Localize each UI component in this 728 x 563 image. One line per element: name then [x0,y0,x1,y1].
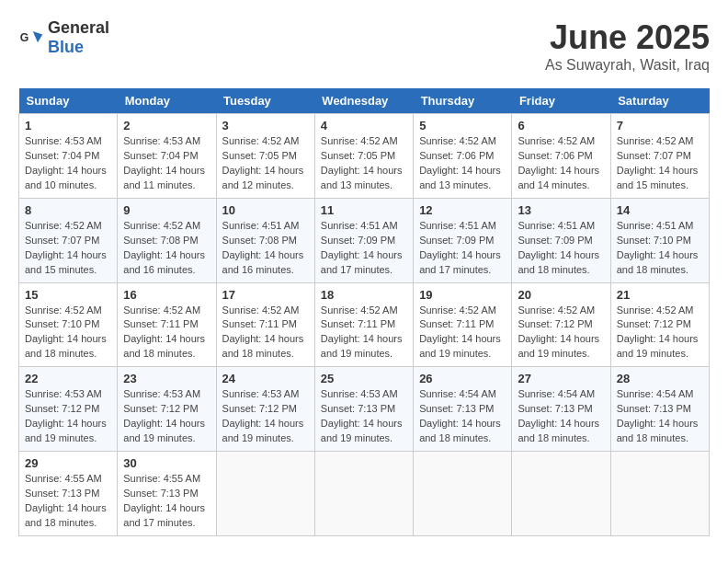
day-info: Sunrise: 4:53 AM Sunset: 7:04 PM Dayligh… [25,134,111,193]
sunrise-label: Sunrise: 4:52 AM [518,135,595,146]
calendar-cell: 18 Sunrise: 4:52 AM Sunset: 7:11 PM Dayl… [314,282,413,367]
calendar-cell [216,452,314,536]
weekday-header-sunday: Sunday [19,88,118,114]
sunrise-label: Sunrise: 4:52 AM [419,135,496,146]
calendar-week-row: 29 Sunrise: 4:55 AM Sunset: 7:13 PM Dayl… [19,452,710,536]
day-number: 4 [321,119,407,132]
calendar-cell: 12 Sunrise: 4:51 AM Sunset: 7:09 PM Dayl… [414,198,512,282]
calendar-week-row: 22 Sunrise: 4:53 AM Sunset: 7:12 PM Dayl… [19,367,710,452]
day-number: 30 [123,456,210,470]
location-title: As Suwayrah, Wasit, Iraq [545,57,710,74]
sunrise-label: Sunrise: 4:52 AM [321,135,398,146]
day-info: Sunrise: 4:52 AM Sunset: 7:05 PM Dayligh… [321,134,407,193]
day-info: Sunrise: 4:54 AM Sunset: 7:13 PM Dayligh… [617,387,703,446]
day-number: 18 [321,288,407,302]
logo-general-text: General [48,18,109,37]
day-info: Sunrise: 4:52 AM Sunset: 7:11 PM Dayligh… [123,304,210,362]
day-number: 15 [25,288,111,302]
calendar-cell: 13 Sunrise: 4:51 AM Sunset: 7:09 PM Dayl… [512,198,610,282]
sunset-label: Sunset: 7:13 PM [419,403,494,414]
calendar-cell: 4 Sunrise: 4:52 AM Sunset: 7:05 PM Dayli… [314,114,413,199]
day-info: Sunrise: 4:51 AM Sunset: 7:09 PM Dayligh… [419,219,506,278]
sunset-label: Sunset: 7:06 PM [518,150,592,161]
daylight-label: Daylight: 14 hours and 14 minutes. [518,165,599,190]
daylight-label: Daylight: 14 hours and 19 minutes. [617,333,699,359]
sunrise-label: Sunrise: 4:51 AM [419,220,496,231]
day-info: Sunrise: 4:55 AM Sunset: 7:13 PM Dayligh… [123,472,210,531]
day-number: 3 [222,119,309,132]
daylight-label: Daylight: 14 hours and 15 minutes. [25,249,107,275]
daylight-label: Daylight: 14 hours and 18 minutes. [123,333,205,359]
sunrise-label: Sunrise: 4:52 AM [222,135,300,146]
sunrise-label: Sunrise: 4:53 AM [123,135,200,146]
day-number: 22 [25,372,111,385]
weekday-header-monday: Monday [118,88,216,114]
daylight-label: Daylight: 14 hours and 19 minutes. [123,418,205,443]
sunset-label: Sunset: 7:11 PM [321,318,395,329]
daylight-label: Daylight: 14 hours and 19 minutes. [518,333,599,359]
day-number: 8 [25,203,111,217]
sunrise-label: Sunrise: 4:52 AM [123,220,200,231]
calendar-cell: 5 Sunrise: 4:52 AM Sunset: 7:06 PM Dayli… [414,114,512,199]
day-number: 1 [25,119,111,132]
day-info: Sunrise: 4:53 AM Sunset: 7:04 PM Dayligh… [123,134,210,193]
svg-text:G: G [20,31,29,44]
day-number: 13 [518,203,604,217]
calendar-cell: 23 Sunrise: 4:53 AM Sunset: 7:12 PM Dayl… [118,367,216,452]
daylight-label: Daylight: 14 hours and 19 minutes. [321,333,403,359]
sunset-label: Sunset: 7:08 PM [123,235,198,246]
sunrise-label: Sunrise: 4:52 AM [518,304,595,316]
calendar-table: SundayMondayTuesdayWednesdayThursdayFrid… [18,88,710,536]
calendar-cell: 17 Sunrise: 4:52 AM Sunset: 7:11 PM Dayl… [216,282,314,367]
daylight-label: Daylight: 14 hours and 17 minutes. [419,249,501,275]
day-info: Sunrise: 4:53 AM Sunset: 7:12 PM Dayligh… [25,387,111,446]
calendar-cell: 10 Sunrise: 4:51 AM Sunset: 7:08 PM Dayl… [216,198,314,282]
daylight-label: Daylight: 14 hours and 19 minutes. [25,418,107,443]
sunset-label: Sunset: 7:06 PM [419,150,494,161]
sunset-label: Sunset: 7:07 PM [25,235,99,246]
sunset-label: Sunset: 7:07 PM [617,150,691,161]
day-number: 9 [123,203,210,217]
sunset-label: Sunset: 7:10 PM [617,235,691,246]
day-number: 20 [518,288,604,302]
day-info: Sunrise: 4:53 AM Sunset: 7:12 PM Dayligh… [222,387,309,446]
day-number: 5 [419,119,506,132]
sunrise-label: Sunrise: 4:53 AM [123,388,200,399]
sunrise-label: Sunrise: 4:53 AM [25,388,102,399]
weekday-header-thursday: Thursday [414,88,512,114]
calendar-cell [314,452,413,536]
day-number: 11 [321,203,407,217]
weekday-header-row: SundayMondayTuesdayWednesdayThursdayFrid… [19,88,710,114]
sunset-label: Sunset: 7:10 PM [25,318,99,329]
daylight-label: Daylight: 14 hours and 11 minutes. [123,165,205,190]
logo-icon: G [18,25,44,51]
day-number: 25 [321,372,407,385]
calendar-cell: 9 Sunrise: 4:52 AM Sunset: 7:08 PM Dayli… [118,198,216,282]
logo-blue-text: Blue [48,38,84,56]
calendar-cell: 1 Sunrise: 4:53 AM Sunset: 7:04 PM Dayli… [19,114,118,199]
sunrise-label: Sunrise: 4:53 AM [25,135,102,146]
sunset-label: Sunset: 7:11 PM [123,318,198,329]
sunset-label: Sunset: 7:09 PM [419,235,494,246]
day-number: 21 [617,288,703,302]
day-info: Sunrise: 4:52 AM Sunset: 7:07 PM Dayligh… [25,219,111,278]
calendar-week-row: 8 Sunrise: 4:52 AM Sunset: 7:07 PM Dayli… [19,198,710,282]
calendar-cell: 21 Sunrise: 4:52 AM Sunset: 7:12 PM Dayl… [610,282,709,367]
sunrise-label: Sunrise: 4:51 AM [617,220,694,231]
daylight-label: Daylight: 14 hours and 19 minutes. [419,333,501,359]
day-info: Sunrise: 4:51 AM Sunset: 7:09 PM Dayligh… [518,219,604,278]
daylight-label: Daylight: 14 hours and 18 minutes. [617,418,699,443]
daylight-label: Daylight: 14 hours and 18 minutes. [25,502,107,528]
sunrise-label: Sunrise: 4:53 AM [222,388,300,399]
sunset-label: Sunset: 7:04 PM [123,150,198,161]
calendar-cell: 22 Sunrise: 4:53 AM Sunset: 7:12 PM Dayl… [19,367,118,452]
daylight-label: Daylight: 14 hours and 15 minutes. [617,165,699,190]
calendar-cell: 29 Sunrise: 4:55 AM Sunset: 7:13 PM Dayl… [19,452,118,536]
sunset-label: Sunset: 7:05 PM [222,150,297,161]
calendar-cell: 30 Sunrise: 4:55 AM Sunset: 7:13 PM Dayl… [118,452,216,536]
sunset-label: Sunset: 7:04 PM [25,150,99,161]
sunrise-label: Sunrise: 4:55 AM [123,473,200,484]
sunrise-label: Sunrise: 4:54 AM [518,388,595,399]
calendar-cell: 3 Sunrise: 4:52 AM Sunset: 7:05 PM Dayli… [216,114,314,199]
sunrise-label: Sunrise: 4:51 AM [222,220,300,231]
